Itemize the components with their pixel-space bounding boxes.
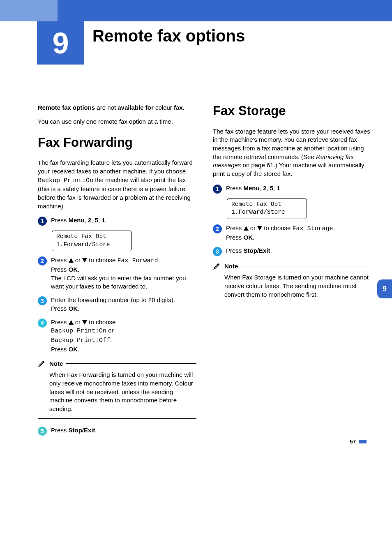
intro-bold-3: fax. [174, 104, 184, 111]
t: Press [226, 234, 244, 241]
t: 1 [101, 217, 105, 224]
chapter-number-badge: 9 [37, 21, 84, 65]
page-content: Remote fax options are not available for… [0, 21, 392, 453]
t: Enter the forwarding number (up to 20 di… [51, 296, 175, 303]
t: OK [244, 234, 253, 241]
pencil-icon [38, 359, 46, 367]
t: . [78, 305, 79, 312]
t: Backup Print:Off [51, 337, 110, 344]
step-number-icon: 1 [38, 217, 47, 226]
t: Stop/Exit [69, 427, 95, 434]
intro-text-1b: colour [155, 104, 174, 111]
up-arrow-icon [69, 320, 74, 325]
note-body-text: When Fax Storage is turned on your machi… [213, 270, 371, 304]
t: or [249, 224, 258, 231]
ff-note: Note When Fax Forwarding is turned on yo… [38, 359, 196, 418]
page-number: 57 [350, 439, 367, 445]
t: Press [51, 319, 69, 325]
t: to choose [87, 319, 115, 325]
t: OK [69, 305, 78, 312]
t: Press [226, 185, 244, 192]
t: . [110, 336, 112, 343]
t: . [78, 266, 79, 273]
left-column: Remote fax options are not available for… [38, 104, 196, 441]
t: Stop/Exit [244, 247, 270, 254]
t: Press [226, 247, 244, 254]
side-tab-chapter: 9 [377, 279, 392, 298]
fs-step-3: 3 Press Stop/Exit. [213, 247, 371, 256]
note-label: Note [49, 360, 63, 367]
intro-paragraph-2: You can use only one remote fax option a… [38, 118, 196, 126]
step-number-icon: 3 [38, 296, 47, 305]
down-arrow-icon [257, 226, 262, 231]
chapter-title: Remote fax options [92, 27, 245, 45]
t: Menu [244, 185, 260, 192]
intro-bold-2: available for [118, 104, 154, 111]
page-number-value: 57 [350, 439, 356, 445]
step-number-icon: 2 [213, 224, 222, 233]
t: Press [51, 305, 69, 312]
t: . [253, 234, 254, 241]
page-number-accent-icon [359, 440, 367, 443]
fs-step-1: 1 Press Menu, 2, 5, 1. [213, 184, 371, 194]
down-arrow-icon [82, 258, 87, 263]
t: . [280, 185, 282, 192]
note-rule [241, 266, 371, 267]
ff-step-2-body: Press or to choose Fax Forward. Press OK… [51, 256, 196, 291]
ff-intro-pre: The fax forwarding feature lets you auto… [38, 159, 193, 175]
ff-step-1-body: Press Menu, 2, 5, 1. [51, 216, 107, 225]
fax-storage-heading: Fax Storage [213, 104, 371, 118]
t: , [85, 217, 88, 224]
intro-bold-1: Remote fax options [38, 104, 95, 111]
fax-forwarding-heading: Fax Forwarding [38, 135, 196, 150]
t: or [106, 327, 114, 334]
t: Backup Print:On [51, 328, 106, 335]
ff-step-3-body: Enter the forwarding number (up to 20 di… [51, 296, 175, 313]
fax-storage-intro: The fax storage feature lets you store y… [213, 127, 371, 178]
t: . [270, 247, 272, 254]
step-number-icon: 5 [38, 427, 47, 436]
step-number-icon: 1 [213, 185, 222, 194]
step-number-icon: 2 [38, 256, 47, 265]
t: . [95, 427, 97, 434]
up-arrow-icon [69, 258, 74, 263]
t: Fax Forward [118, 257, 158, 264]
t: Press [51, 346, 69, 353]
pencil-icon [213, 262, 221, 270]
ff-step-3: 3 Enter the forwarding number (up to 20 … [38, 296, 196, 313]
fs-step-2: 2 Press or to choose Fax Storage. Press … [213, 224, 371, 242]
t: Press [51, 427, 69, 434]
t: , [260, 185, 263, 192]
t: or [74, 319, 83, 325]
right-column: Fax Storage The fax storage feature lets… [213, 104, 371, 441]
t: Press [226, 224, 244, 231]
t: . [333, 224, 335, 231]
intro-paragraph-1: Remote fax options are not available for… [38, 104, 196, 112]
t: . [158, 256, 160, 263]
t: or [74, 256, 83, 263]
fax-forward-intro: The fax forwarding feature lets you auto… [38, 159, 196, 210]
t: Press [51, 217, 69, 224]
header-tab [0, 0, 58, 21]
t: , [266, 185, 270, 192]
ff-step-4-body: Press or to choose Backup Print:On or Ba… [51, 318, 115, 354]
note-header: Note [213, 262, 371, 270]
intro-text-1a: are not [95, 104, 118, 111]
note-body-text: When Fax Forwarding is turned on your ma… [38, 367, 196, 418]
t: 1 [277, 185, 280, 192]
lcd-display: Remote Fax Opt 1.Forward/Store [227, 199, 307, 219]
t: Press [51, 256, 69, 263]
t: , [91, 217, 95, 224]
note-label: Note [224, 263, 238, 270]
up-arrow-icon [244, 226, 249, 231]
t: to choose [262, 224, 292, 231]
fs-step-3-body: Press Stop/Exit. [226, 247, 272, 255]
fs-step-1-body: Press Menu, 2, 5, 1. [226, 184, 282, 193]
t: to choose [87, 256, 117, 263]
ff-step-5: 5 Press Stop/Exit. [38, 426, 196, 436]
t: The LCD will ask you to enter the fax nu… [51, 275, 186, 290]
note-rule [66, 363, 196, 364]
t: . [78, 346, 79, 353]
t: Fax Storage [293, 225, 333, 232]
step-number-icon: 4 [38, 319, 47, 328]
